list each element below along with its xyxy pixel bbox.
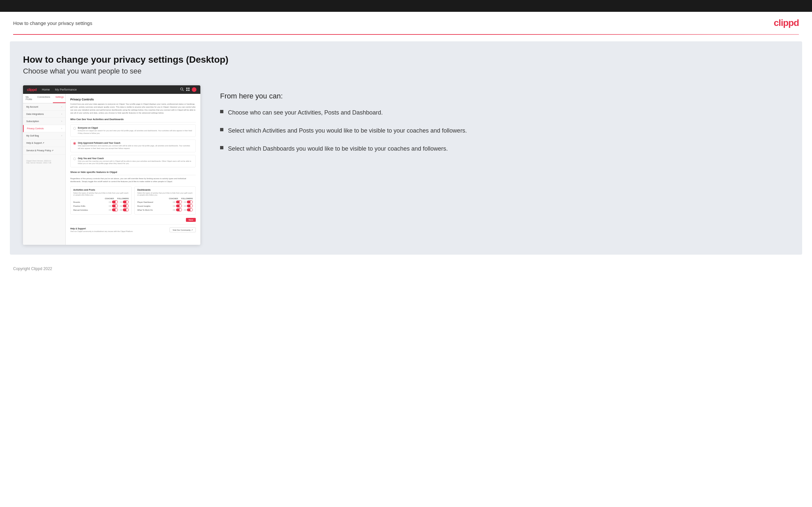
main-subheading: Choose what you want people to see [23, 67, 789, 75]
chevron-icon: › [61, 127, 62, 130]
sidebar-item-data-integrations: Data Integrations › [23, 111, 65, 118]
tab-settings: Settings [53, 94, 66, 103]
chevron-icon: › [61, 134, 62, 137]
who-can-see-title: Who Can See Your Activities and Dashboar… [70, 118, 196, 122]
sidebar-item-privacy-controls: Privacy Controls › [23, 125, 65, 132]
show-hide-desc: Regardless of the privacy controls that … [70, 177, 196, 183]
radio-button-approved [73, 142, 76, 145]
bullet-list: Choose who can see your Activities, Post… [220, 108, 786, 153]
tab-connections: Connections [35, 94, 53, 103]
toggle-row-rounds: Rounds ON ON [73, 201, 129, 204]
mockup-logo: clippd [27, 88, 37, 92]
save-row: Save [70, 218, 196, 222]
bullet-marker-2 [220, 128, 223, 131]
sidebar-item-subscription: Subscription › [23, 118, 65, 125]
privacy-controls-desc: Control how you and your data appears to… [70, 103, 196, 115]
bullet-text-1: Choose who can see your Activities, Post… [228, 108, 383, 117]
toggle-row-round-insights: Round Insights ON ON [137, 205, 193, 208]
page-title: How to change your privacy settings [13, 20, 92, 26]
privacy-controls-title: Privacy Controls [70, 98, 196, 101]
radio-only-you: Only You and Your Coach Only you and the… [70, 155, 196, 167]
copyright-text: Copyright Clippd 2022 [13, 267, 52, 271]
mockup-sidebar-tabs: My Profile Connections Settings [23, 94, 65, 103]
chevron-icon: › [61, 113, 62, 115]
bullet-marker-3 [220, 146, 223, 149]
from-here-title: From here you can: [220, 92, 786, 100]
toggle-row-what-to-work-on: What To Work On ON ON [137, 208, 193, 211]
toggle-section: Activities and Posts Select the types of… [70, 186, 196, 215]
bullet-text-3: Select which Dashboards you would like t… [228, 145, 448, 153]
top-bar [0, 0, 812, 12]
toggle-row-practice-drills: Practice Drills ON ON [73, 205, 129, 208]
sidebar-item-my-golf-bag: My Golf Bag › [23, 132, 65, 139]
toggle-row-player-dashboard: Player Dashboard ON ON [137, 201, 193, 204]
clippd-logo: clippd [774, 18, 799, 28]
mockup-nav-performance: My Performance [55, 88, 77, 91]
help-section: Help & Support Visit our Clippd communit… [70, 224, 196, 235]
screenshot-mockup: clippd Home My Performance My Profile Co… [23, 85, 200, 245]
svg-point-0 [181, 88, 183, 90]
sidebar-item-service-privacy: Service & Privacy Policy ↗ [23, 147, 65, 155]
search-icon [180, 87, 184, 91]
activities-posts-box: Activities and Posts Select the types of… [70, 186, 132, 215]
show-hide-title: Show or hide specific features in Clippd [70, 171, 196, 175]
radio-approved-followers: Only Approved Followers and Your Coach O… [70, 139, 196, 152]
save-button: Save [186, 218, 196, 222]
mockup-body: My Profile Connections Settings My Accou… [23, 94, 200, 245]
visit-community-button: Visit Our Community ↗ [169, 227, 196, 232]
mockup-main-panel: Privacy Controls Control how you and you… [66, 94, 200, 245]
svg-rect-3 [188, 88, 190, 89]
chevron-icon: › [61, 120, 62, 122]
main-heading: How to change your privacy settings (Des… [23, 54, 789, 65]
main-content: How to change your privacy settings (Des… [10, 41, 802, 255]
footer: Copyright Clippd 2022 [0, 261, 812, 276]
header: How to change your privacy settings clip… [0, 12, 812, 34]
mockup-user-avatar [192, 87, 196, 92]
bullet-item-2: Select which Activities and Posts you wo… [220, 126, 786, 135]
mockup-version: Clippd Client Version: 2022.8.2SQL Serve… [23, 157, 65, 166]
mockup-sidebar: My Profile Connections Settings My Accou… [23, 94, 66, 245]
mockup-navbar: clippd Home My Performance [23, 85, 200, 94]
bullet-marker-1 [220, 110, 223, 113]
dashboards-box: Dashboards Select the types of activity … [134, 186, 196, 215]
header-divider [13, 34, 799, 35]
svg-line-1 [183, 90, 184, 91]
radio-button-only-you [73, 158, 76, 160]
tab-my-profile: My Profile [23, 94, 35, 103]
svg-rect-5 [188, 90, 190, 91]
radio-group: Everyone on Clippd Everyone on Clippd ca… [70, 124, 196, 167]
content-row: clippd Home My Performance My Profile Co… [23, 85, 789, 245]
bullet-text-2: Select which Activities and Posts you wo… [228, 126, 467, 135]
radio-everyone: Everyone on Clippd Everyone on Clippd ca… [70, 124, 196, 137]
mockup-nav-icons [180, 87, 196, 92]
svg-rect-4 [186, 90, 188, 91]
bullet-item-3: Select which Dashboards you would like t… [220, 145, 786, 153]
right-panel: From here you can: Choose who can see yo… [213, 85, 789, 166]
toggle-row-manual-activities: Manual Activities ON ON [73, 208, 129, 211]
grid-icon [186, 87, 190, 91]
bullet-item-1: Choose who can see your Activities, Post… [220, 108, 786, 117]
radio-button-everyone [73, 127, 76, 130]
sidebar-item-my-account: My Account › [23, 103, 65, 111]
sidebar-item-help-support: Help & Support ↗ [23, 139, 65, 147]
chevron-icon: › [61, 106, 62, 108]
mockup-nav-home: Home [42, 88, 50, 91]
svg-rect-2 [186, 88, 188, 89]
